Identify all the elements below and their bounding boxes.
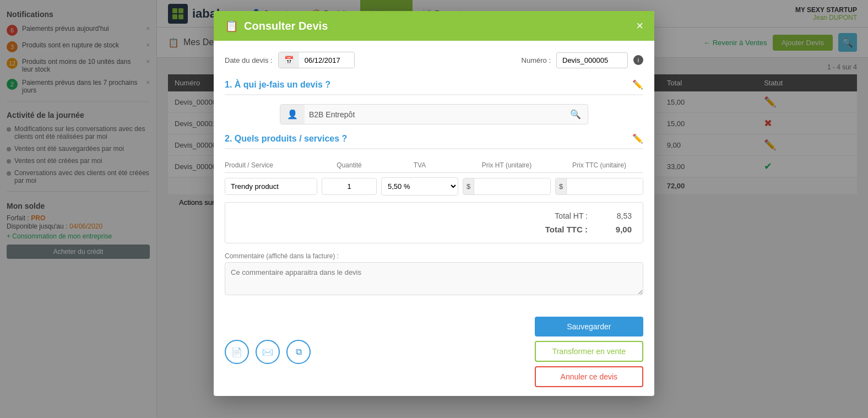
footer-actions: Sauvegarder Transformer en vente Annuler…: [535, 317, 643, 387]
total-ttc-label: Total TTC :: [545, 225, 588, 234]
section2-header: 2. Quels produits / services ? ✏️: [225, 133, 643, 149]
numero-group: Numéro : i: [522, 52, 643, 68]
product-input[interactable]: [225, 178, 317, 194]
product-row: 🔍 5,50 % 10,00 % 20,00 % 0,00 % $ $: [225, 177, 643, 196]
section1-header: 1. À qui je-fais un devis ? ✏️: [225, 79, 643, 95]
date-label: Date du devis :: [225, 56, 273, 64]
price-ht-wrapper: $: [463, 178, 551, 195]
save-button[interactable]: Sauvegarder: [535, 317, 643, 336]
modal-close-button[interactable]: ×: [636, 19, 643, 33]
numero-label: Numéro :: [522, 56, 551, 64]
price-ht-symbol: $: [463, 178, 474, 194]
section2-title: 2. Quels produits / services ?: [225, 134, 347, 144]
client-avatar-icon: 👤: [280, 105, 305, 124]
section2-edit-icon[interactable]: ✏️: [632, 133, 643, 144]
client-search-wrapper: 👤 🔍: [280, 104, 588, 124]
calendar-icon: 📅: [279, 52, 299, 68]
section1-title: 1. À qui je-fais un devis ?: [225, 80, 330, 90]
footer-icons: 📄 ✉️ ⧉: [225, 340, 311, 364]
pdf-icon: 📄: [231, 347, 242, 357]
total-ht-line: Total HT : 8,53: [236, 209, 632, 222]
total-ttc-value: 9,00: [599, 225, 632, 234]
price-ttc-symbol: $: [556, 178, 567, 194]
comment-section: Commentaire (affiché dans la facture) :: [225, 252, 643, 297]
date-input[interactable]: [299, 53, 354, 68]
copy-button[interactable]: ⧉: [286, 340, 311, 364]
cancel-devis-button[interactable]: Annuler ce devis: [535, 366, 643, 387]
col-ht-label: Prix HT (unitaire): [463, 161, 551, 169]
col-tva-label: TVA: [381, 161, 458, 169]
price-ttc-input[interactable]: [567, 178, 643, 194]
pdf-button[interactable]: 📄: [225, 340, 249, 364]
date-row: Date du devis : 📅 Numéro : i: [225, 52, 643, 68]
col-ttc-label: Prix TTC (unitaire): [555, 161, 643, 169]
total-ht-label: Total HT :: [555, 211, 588, 220]
client-search-icon[interactable]: 🔍: [563, 105, 588, 124]
price-ttc-wrapper: $: [555, 178, 643, 195]
comment-label: Commentaire (affiché dans la facture) :: [225, 252, 643, 260]
total-ttc-line: Total TTC : 9,00: [236, 222, 632, 236]
col-qty-label: Quantité: [322, 161, 377, 169]
qty-input[interactable]: [322, 178, 377, 195]
col-product-label: Produit / Service: [225, 161, 317, 169]
numero-input[interactable]: [556, 52, 628, 68]
date-input-wrapper: 📅: [278, 52, 355, 68]
info-icon[interactable]: i: [633, 55, 643, 65]
email-button[interactable]: ✉️: [256, 340, 280, 364]
client-input[interactable]: [305, 106, 563, 123]
tva-select[interactable]: 5,50 % 10,00 % 20,00 % 0,00 %: [381, 177, 458, 196]
price-ht-input[interactable]: [474, 178, 551, 194]
total-ht-value: 8,53: [599, 211, 632, 220]
modal-footer: 📄 ✉️ ⧉ Sauvegarder Transformer en vente …: [214, 308, 654, 396]
comment-textarea[interactable]: [225, 262, 643, 295]
modal-overlay: 📋 Consulter Devis × Date du devis : 📅 Nu…: [0, 0, 868, 418]
modal-body: Date du devis : 📅 Numéro : i 1. À qui je…: [214, 41, 654, 308]
consulter-devis-modal: 📋 Consulter Devis × Date du devis : 📅 Nu…: [214, 11, 654, 396]
section1-edit-icon[interactable]: ✏️: [632, 79, 643, 90]
copy-icon: ⧉: [296, 347, 302, 357]
transform-button[interactable]: Transformer en vente: [535, 341, 643, 362]
totals-section: Total HT : 8,53 Total TTC : 9,00: [225, 202, 643, 243]
email-icon: ✉️: [262, 347, 273, 357]
modal-header: 📋 Consulter Devis ×: [214, 11, 654, 41]
modal-title: 📋 Consulter Devis: [225, 19, 328, 32]
product-input-wrapper: 🔍: [225, 178, 317, 195]
product-table-header: Produit / Service Quantité TVA Prix HT (…: [225, 158, 643, 173]
modal-title-icon: 📋: [225, 19, 238, 32]
